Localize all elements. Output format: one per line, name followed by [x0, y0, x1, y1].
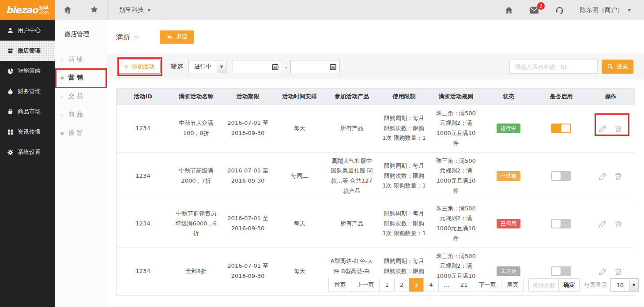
pager-nav-button[interactable]: 下一页	[473, 278, 501, 292]
strategy-icon	[7, 67, 14, 75]
products-cell: 所有产品	[326, 105, 377, 152]
company-dropdown[interactable]: 别早科技 ▼	[108, 0, 162, 20]
submenu-item-label: 店 铺	[68, 55, 83, 63]
chevron-right-icon: ›	[60, 93, 68, 100]
sidebar-item-goods-market[interactable]: 商品市场	[0, 101, 55, 122]
date-from-input[interactable]	[233, 60, 282, 73]
activity-id-cell: 1234	[117, 152, 169, 200]
select-dropdown-button[interactable]: ▼	[217, 60, 226, 73]
sidebar-item-finance[interactable]: 财务管理	[0, 81, 55, 101]
sidebar-item-label: 微店管理	[18, 47, 41, 55]
products-cell: 高端大气礼服中国队奥运礼服 同款...等 合共127款产品	[326, 152, 377, 200]
home-button[interactable]	[505, 6, 513, 15]
add-activity-button[interactable]: + 添加活动	[118, 60, 161, 74]
delete-button[interactable]	[614, 172, 622, 180]
rule-cell: 珠三角：满500元规则2：满1000元且满10件	[430, 152, 481, 200]
search-input[interactable]	[509, 60, 598, 74]
submenu-item-marketing[interactable]: ●营 销	[55, 68, 107, 87]
edit-button[interactable]	[599, 267, 607, 276]
status-filter-select[interactable]: 进行中 ▼	[188, 60, 226, 73]
rule-cell: 珠三角：满500元规则2：满1000元且满10件	[430, 105, 481, 152]
status-badge: 未开始	[497, 266, 520, 276]
user-menu[interactable]: 陈东明（商户） ▼	[580, 6, 631, 14]
delete-button[interactable]	[614, 267, 622, 276]
edit-button[interactable]	[599, 124, 607, 133]
ops-cell	[587, 105, 635, 152]
column-header: 是否启用	[536, 89, 587, 105]
submenu-item-trade[interactable]: ›交 易	[55, 87, 107, 105]
sidebar-item-smart-strategy[interactable]: 智能策略	[0, 61, 55, 81]
page-title: 满折	[116, 33, 130, 42]
jump-confirm-button[interactable]: 确定	[559, 279, 579, 291]
sidebar-item-shop-manage[interactable]: 微店管理	[0, 41, 55, 61]
edit-button[interactable]	[599, 220, 607, 228]
pager-page-button[interactable]: 2	[395, 278, 409, 292]
status-cell: 进行中	[481, 105, 535, 152]
status-badge: 进行中	[497, 124, 520, 133]
sidebar-item-label: 商品市场	[18, 108, 41, 116]
jump-group: 确定	[528, 278, 580, 292]
pager-nav-button[interactable]: 尾页	[501, 278, 523, 292]
search-button[interactable]: 搜索	[602, 60, 633, 74]
enable-toggle[interactable]	[551, 266, 571, 276]
period-cell: 2016-07-01 至 2016-09-30	[223, 105, 273, 152]
favorites-button[interactable]	[81, 0, 108, 20]
submenu-item-goods[interactable]: ›商 品	[55, 105, 107, 124]
submenu-title: 微店管理	[55, 20, 107, 46]
filter-toolbar: + 添加活动 筛选 进行中 ▼ - 搜索	[107, 54, 644, 79]
enable-toggle[interactable]	[551, 124, 571, 133]
sidebar-item-label: 资讯传播	[18, 128, 41, 136]
table-row: 1234中秋节前销售员特级满6000，6折2016-07-01 至 2016-0…	[117, 200, 635, 247]
delete-trash-icon	[614, 124, 622, 133]
favorite-star-icon[interactable]: ☆	[133, 33, 139, 41]
select-dropdown-button[interactable]: ▼	[629, 279, 638, 291]
delete-trash-icon	[614, 220, 622, 228]
date-to-input[interactable]	[290, 60, 340, 73]
pager-page-button[interactable]: 3	[409, 278, 424, 292]
enabled-cell	[536, 152, 587, 200]
pager-page-button[interactable]: 1	[380, 278, 394, 292]
chevron-down-icon: ▼	[628, 8, 631, 12]
enable-toggle[interactable]	[551, 171, 571, 181]
limit-cell: 限购周期：每月 限购次数：限购 1次 限购数量：1	[378, 105, 431, 152]
status-badge: 已过期	[497, 171, 520, 181]
delete-button[interactable]	[614, 220, 622, 228]
status-cell: 已过期	[481, 152, 535, 200]
enable-toggle[interactable]	[551, 219, 571, 228]
pager-nav-button[interactable]: 上一页	[351, 278, 380, 292]
sidebar-item-system-setting[interactable]: 系统设置	[0, 142, 55, 162]
back-button[interactable]: 返回	[160, 30, 194, 44]
pager-page-button[interactable]: 4	[424, 278, 438, 292]
page-header: 满折 ☆ 返回	[107, 20, 644, 54]
submenu-item-setup[interactable]: ●设 置	[55, 124, 107, 142]
customer-service-button[interactable]	[555, 5, 564, 15]
status-cell: 已停用	[481, 200, 535, 247]
sidebar-item-user-center[interactable]: 用户中心	[0, 20, 55, 41]
topbar: biezao 别早 .com 别早科技 ▼ 2 陈东明（商户） ▼	[0, 0, 644, 20]
search-icon	[607, 63, 614, 70]
home-refresh-button[interactable]	[55, 0, 81, 20]
edit-button[interactable]	[599, 172, 607, 180]
messages-button[interactable]: 2	[529, 6, 539, 14]
column-header: 满折活动名称	[169, 89, 223, 105]
pager-page-button[interactable]: 21	[455, 278, 474, 292]
activity-name-cell: 中秋节高级满2000，7折	[169, 152, 223, 200]
brand-logo[interactable]: biezao 别早 .com	[0, 0, 55, 20]
table-row: 1234中秋节大众满100，8折2016-07-01 至 2016-09-30每…	[117, 105, 635, 152]
toggle-knob	[561, 124, 570, 132]
pager-nav-button[interactable]: 首页	[329, 278, 351, 292]
jump-page-input[interactable]	[529, 279, 559, 291]
submenu-item-label: 交 易	[68, 92, 83, 100]
delete-button[interactable]	[614, 124, 622, 133]
rule-cell: 珠三角：满500元规则2：满1000元且满10件	[430, 200, 481, 247]
calendar-icon	[329, 63, 337, 71]
period-cell: 2016-07-01 至 2016-09-30	[223, 152, 273, 200]
per-page-select[interactable]: 10 ▼	[610, 278, 639, 292]
main-content: 满折 ☆ 返回 + 添加活动 筛选 进行中 ▼ - 搜索	[107, 20, 644, 307]
product-count: 127	[362, 177, 373, 184]
limit-cell: 限购周期：每月 限购次数：限购 1次 限购数量：1	[378, 200, 431, 247]
toggle-knob	[552, 172, 561, 180]
sidebar-item-news-spread[interactable]: 资讯传播	[0, 122, 55, 142]
submenu-item-shop[interactable]: ›店 铺	[55, 50, 107, 68]
activities-table: 活动ID满折活动名称活动期限活动时间安排参加活动产品使用限制满折活动规则状态是否…	[116, 88, 635, 296]
